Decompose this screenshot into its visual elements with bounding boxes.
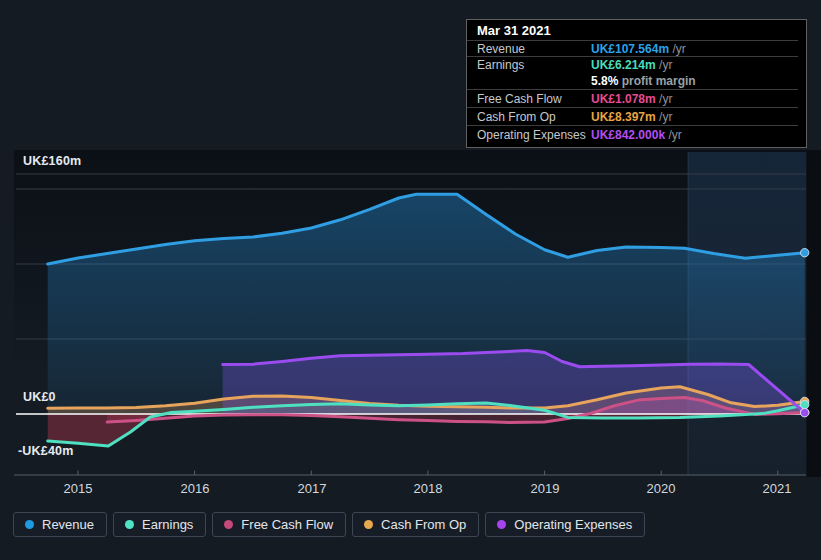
tooltip-row-earnings: Earnings UK£6.214m /yr [467,57,806,73]
tooltip-value: UK£842.000k /yr [591,126,682,145]
x-tick-2021: 2021 [753,481,801,496]
y-axis-label-zero: UK£0 [23,390,56,404]
tooltip-label: Cash From Op [477,110,556,124]
tooltip-row-operating-expenses: Operating Expenses UK£842.000k /yr [467,126,806,145]
x-tick-2018: 2018 [404,481,452,496]
x-tick-2017: 2017 [288,481,336,496]
tooltip-label: Revenue [477,42,525,56]
tooltip-row-revenue: Revenue UK£107.564m /yr [467,41,798,57]
tooltip-value: UK£8.397m /yr [591,108,672,127]
tooltip-label: Operating Expenses [477,128,586,142]
tooltip-value: UK£107.564m /yr [591,41,686,58]
tooltip-row-free-cash-flow: Free Cash Flow UK£1.078m /yr [467,90,798,108]
tooltip-value: UK£1.078m /yr [591,90,672,109]
legend-item-operating-expenses[interactable]: Operating Expenses [485,512,645,537]
legend-label: Revenue [42,517,94,532]
tooltip-date: Mar 31 2021 [467,20,798,41]
legend-item-revenue[interactable]: Revenue [13,512,107,537]
y-axis-label-max: UK£160m [23,154,81,168]
y-axis-label-min: -UK£40m [18,444,74,458]
revenue-dot-icon [25,520,34,529]
chart-tooltip: Mar 31 2021 Revenue UK£107.564m /yr Earn… [466,19,807,148]
legend-label: Cash From Op [381,517,466,532]
legend-item-cash-from-op[interactable]: Cash From Op [352,512,479,537]
x-tick-2016: 2016 [171,481,219,496]
free-cash-flow-dot-icon [224,520,233,529]
tooltip-label: Free Cash Flow [477,92,562,106]
legend-label: Operating Expenses [514,517,632,532]
profit-margin: 5.8% profit margin [591,73,696,89]
operating-expenses-dot-icon [497,520,506,529]
cash-from-op-dot-icon [364,520,373,529]
plot-right-margin [807,150,821,477]
x-tick-2015: 2015 [54,481,102,496]
legend-item-free-cash-flow[interactable]: Free Cash Flow [212,512,346,537]
legend-label: Earnings [142,517,193,532]
x-tick-2019: 2019 [521,481,569,496]
legend-item-earnings[interactable]: Earnings [113,512,206,537]
earnings-dot-icon [125,520,134,529]
legend-label: Free Cash Flow [241,517,333,532]
x-tick-2020: 2020 [637,481,685,496]
financials-chart-panel: UK£160m UK£0 -UK£40m 2015 2016 2017 2018… [0,0,821,560]
tooltip-row-profit-margin: 5.8% profit margin [467,73,798,90]
tooltip-row-cash-from-op: Cash From Op UK£8.397m /yr [467,108,798,126]
chart-legend: Revenue Earnings Free Cash Flow Cash Fro… [13,512,645,537]
tooltip-label: Earnings [477,58,524,72]
tooltip-value: UK£6.214m /yr [591,57,672,74]
